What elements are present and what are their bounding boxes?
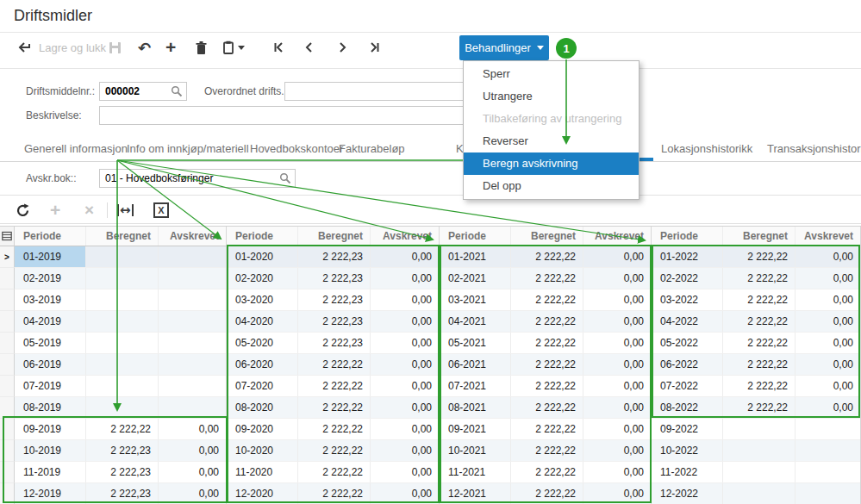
cell-avskrevet[interactable]: 0,00 [795, 354, 860, 375]
col-header-periode[interactable]: Periode [15, 227, 86, 246]
cell-beregnet[interactable]: 2 222,22 [86, 419, 159, 439]
table-row[interactable]: 06-20202 222,220,00 [227, 354, 439, 376]
cell-periode[interactable]: 01-2022 [652, 246, 723, 267]
table-row[interactable]: 07-20212 222,220,00 [440, 376, 651, 397]
row-selector[interactable] [0, 462, 15, 483]
cell-beregnet[interactable]: 2 222,23 [86, 483, 159, 504]
table-row[interactable]: 04-20222 222,220,00 [652, 311, 860, 333]
cell-periode[interactable]: 11-2019 [15, 462, 86, 482]
cell-beregnet[interactable]: 2 222,23 [86, 440, 159, 461]
cell-avskrevet[interactable]: 0,00 [371, 246, 439, 267]
cell-periode[interactable]: 05-2022 [652, 333, 723, 353]
table-row[interactable]: 12-20202 222,220,00 [227, 483, 439, 504]
cell-avskrevet[interactable]: 0,00 [583, 289, 651, 310]
col-header-beregnet[interactable]: Beregnet [86, 227, 159, 246]
cell-periode[interactable]: 09-2021 [440, 419, 511, 439]
cell-periode[interactable]: 10-2021 [440, 440, 511, 461]
cell-periode[interactable]: 07-2020 [227, 376, 298, 396]
cell-periode[interactable]: 06-2019 [15, 354, 86, 375]
table-row[interactable]: 04-20202 222,230,00 [227, 311, 439, 333]
col-header-beregnet[interactable]: Beregnet [723, 227, 795, 246]
behandlinger-button[interactable]: Behandlinger [459, 35, 549, 60]
table-row[interactable]: 02-20222 222,220,00 [652, 268, 860, 289]
col-header-avskrevet[interactable]: Avskrevet [371, 227, 439, 246]
table-row[interactable]: 08-2019 [15, 397, 226, 419]
cell-beregnet[interactable]: 2 222,22 [511, 483, 583, 504]
cell-avskrevet[interactable]: 0,00 [795, 246, 860, 267]
cell-periode[interactable]: 05-2021 [440, 333, 511, 353]
cell-avskrevet[interactable] [159, 333, 226, 353]
save-button[interactable] [109, 36, 122, 59]
cell-periode[interactable]: 12-2019 [15, 483, 86, 504]
table-row[interactable]: 11-2022 [652, 462, 860, 483]
cell-beregnet[interactable] [86, 333, 159, 353]
cell-avskrevet[interactable]: 0,00 [795, 376, 860, 396]
col-header-periode[interactable]: Periode [227, 227, 298, 246]
cell-beregnet[interactable]: 2 222,22 [723, 289, 795, 310]
add-button[interactable]: + [165, 36, 176, 59]
cell-beregnet[interactable]: 2 222,22 [511, 397, 583, 418]
cell-avskrevet[interactable]: 0,00 [795, 311, 860, 332]
export-excel-button[interactable]: X [153, 199, 169, 221]
undo-button[interactable]: ↶ [138, 36, 151, 59]
cell-beregnet[interactable] [86, 268, 159, 289]
menu-item-beregn-avskrivning[interactable]: Beregn avskrivning [464, 152, 639, 175]
cell-periode[interactable]: 04-2020 [227, 311, 298, 332]
cell-periode[interactable]: 08-2022 [652, 397, 723, 418]
cell-periode[interactable]: 03-2022 [652, 289, 723, 310]
table-row[interactable]: 04-20212 222,220,00 [440, 311, 651, 333]
table-row[interactable]: 03-20202 222,230,00 [227, 289, 439, 311]
grid-settings-cell[interactable] [0, 227, 15, 246]
cell-avskrevet[interactable]: 0,00 [371, 268, 439, 289]
cell-beregnet[interactable]: 2 222,22 [298, 376, 371, 396]
cell-avskrevet[interactable]: 0,00 [371, 311, 439, 332]
cell-beregnet[interactable]: 2 222,22 [723, 333, 795, 353]
cell-avskrevet[interactable]: 0,00 [583, 246, 651, 267]
table-row[interactable]: 11-20192 222,230,00 [15, 462, 226, 483]
cell-beregnet[interactable]: 2 222,22 [723, 268, 795, 289]
cell-periode[interactable]: 12-2022 [652, 483, 723, 504]
cell-beregnet[interactable]: 2 222,23 [298, 289, 371, 310]
cell-avskrevet[interactable]: 0,00 [371, 440, 439, 461]
cell-periode[interactable]: 01-2019 [15, 246, 86, 267]
cell-periode[interactable]: 10-2022 [652, 440, 723, 461]
tab-info-om-innkj-p-materiell[interactable]: Info om innkjøp/materiell [127, 142, 249, 155]
cell-beregnet[interactable]: 2 222,22 [723, 397, 795, 418]
table-row[interactable]: 02-2019 [15, 268, 226, 289]
table-row[interactable]: 05-20212 222,220,00 [440, 333, 651, 354]
cell-avskrevet[interactable]: 0,00 [795, 333, 860, 353]
table-row[interactable]: 03-20222 222,220,00 [652, 289, 860, 311]
cell-avskrevet[interactable]: 0,00 [795, 397, 860, 418]
row-selector[interactable] [0, 333, 15, 354]
row-selector[interactable] [0, 419, 15, 440]
cell-beregnet[interactable]: 2 222,22 [511, 440, 583, 461]
cell-avskrevet[interactable]: 0,00 [583, 311, 651, 332]
col-header-avskrevet[interactable]: Avskrevet [795, 227, 860, 246]
table-row[interactable]: 08-20212 222,220,00 [440, 397, 651, 419]
cell-beregnet[interactable] [86, 397, 159, 418]
cell-avskrevet[interactable]: 0,00 [159, 419, 226, 439]
tab-hovedbokskontoer[interactable]: Hovedbokskontoer [250, 142, 343, 155]
table-row[interactable]: 07-2019 [15, 376, 226, 397]
cell-periode[interactable]: 03-2021 [440, 289, 511, 310]
grid-add-button[interactable]: + [50, 199, 60, 221]
cell-periode[interactable]: 11-2020 [227, 462, 298, 482]
menu-item-sperr[interactable]: Sperr [464, 63, 639, 85]
cell-beregnet[interactable] [86, 376, 159, 396]
cell-periode[interactable]: 07-2019 [15, 376, 86, 396]
cell-beregnet[interactable] [723, 462, 795, 482]
cell-avskrevet[interactable]: 0,00 [583, 462, 651, 482]
cell-periode[interactable]: 09-2019 [15, 419, 86, 439]
cell-avskrevet[interactable]: 0,00 [371, 462, 439, 482]
cell-avskrevet[interactable] [795, 462, 860, 482]
cell-beregnet[interactable]: 2 222,23 [86, 462, 159, 482]
table-row[interactable]: 09-20192 222,220,00 [15, 419, 226, 440]
cell-avskrevet[interactable] [159, 246, 226, 267]
menu-item-reverser[interactable]: Reverser [464, 130, 639, 152]
cell-beregnet[interactable]: 2 222,22 [298, 440, 371, 461]
cell-beregnet[interactable]: 2 222,22 [511, 462, 583, 482]
col-header-avskrevet[interactable]: Avskrevet [583, 227, 651, 246]
cell-avskrevet[interactable]: 0,00 [371, 419, 439, 439]
cell-beregnet[interactable]: 2 222,22 [723, 246, 795, 267]
cell-periode[interactable]: 05-2019 [15, 333, 86, 353]
